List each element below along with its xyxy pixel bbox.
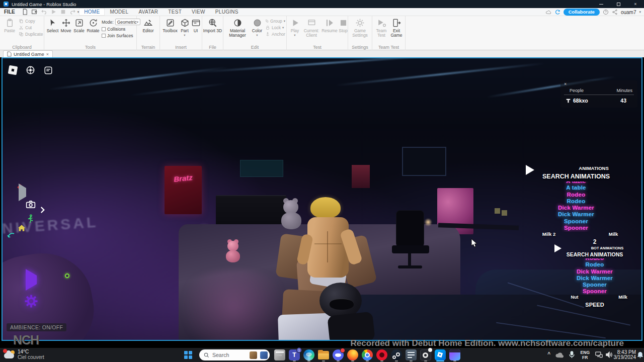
play-button[interactable]: Play ▾ [288,18,301,42]
share-icon[interactable] [612,9,618,15]
animation-item[interactable]: Rodeo [540,261,642,268]
game-viewport[interactable]: Bratz UNIVERSAL [2,57,642,341]
purple-play-icon[interactable] [26,276,37,285]
roblox-menu-icon[interactable] [8,65,18,75]
controls-icon[interactable] [26,65,35,75]
session-close-icon[interactable]: × [564,81,567,86]
discord-app-icon[interactable] [333,349,344,360]
animation-item[interactable]: Dick Warmer [522,211,630,218]
animation-item[interactable]: Spooner [522,225,630,231]
lock-button[interactable]: Lock▾ [265,25,285,30]
teal-arrow-icon[interactable] [7,232,15,241]
chrome-app-icon[interactable] [362,349,373,360]
team-test-button[interactable]: Team Test [374,18,389,42]
current-client-button[interactable]: Current: Client [301,18,321,42]
animation-item[interactable]: Dick Warmer [522,205,630,211]
animation-item[interactable]: Dick Warmer [540,268,642,275]
undo-icon[interactable] [41,9,47,15]
steam-app-icon[interactable] [391,349,402,360]
material-manager-button[interactable]: Material Manager [225,18,250,42]
debut-app-icon[interactable] [420,349,431,360]
search-box[interactable]: Search [199,349,270,360]
resume-button[interactable]: Resume [321,18,338,42]
part-button[interactable]: Part ▾ [179,18,191,42]
redo-icon[interactable] [69,9,76,15]
tab-close-icon[interactable]: × [46,52,49,57]
chevron-right-icon[interactable] [40,206,45,216]
collisions-checkbox-row[interactable]: Collisions [102,27,136,32]
exit-game-button[interactable]: Exit Game [389,18,404,42]
notifications-icon[interactable] [554,9,560,15]
join-surfaces-checkbox[interactable] [102,34,106,38]
gray-play-icon[interactable] [19,188,26,197]
animation-item[interactable]: Spooner [522,218,630,225]
tab-model[interactable]: MODEL [105,9,133,15]
hidden-icons-chevron[interactable]: ^ [547,351,550,357]
color-button[interactable]: Color ▾ [250,18,264,42]
stop-quick-icon[interactable] [60,9,66,15]
animation-item[interactable]: Dick Warmer [540,275,642,282]
nut-label[interactable]: Nut [565,295,585,300]
bot-milk-label[interactable]: Milk [613,295,633,300]
notifications-bell-icon[interactable] [637,351,643,360]
cloud-sync-icon[interactable] [545,9,551,15]
animation-item[interactable]: Rodeo [522,198,630,205]
weather-widget[interactable]: 14°C Ciel couvert [3,349,44,360]
paste-button[interactable]: Paste [2,18,18,42]
tab-view[interactable]: VIEW [187,9,210,15]
volume-icon[interactable] [606,351,613,360]
video-editor-app-icon[interactable] [449,349,460,360]
file-menu[interactable]: FILE [4,9,15,15]
anchor-button[interactable]: Anchor [265,32,285,37]
quick-access-caret-icon[interactable]: ▾ [77,10,79,14]
ambience-toggle[interactable]: AMBIENCE: ON/OFF [7,323,66,331]
search-animations-label[interactable]: SEARCH ANIMATIONS [522,173,630,180]
milk2-label[interactable]: Milk 2 [537,231,561,237]
document-tab[interactable]: Untitled Game × [3,50,53,57]
roblox-studio-taskbar-icon[interactable] [435,349,446,360]
join-surfaces-checkbox-row[interactable]: Join Surfaces [102,33,136,38]
edge-app-icon[interactable] [303,349,314,360]
open-file-icon[interactable] [31,9,38,15]
notes-app-icon[interactable] [406,349,417,360]
scale-button[interactable]: Scale [72,18,86,42]
animation-item[interactable]: Rodeo [522,192,630,198]
tab-avatar[interactable]: AVATAR [134,9,163,15]
clock-widget[interactable]: 8:43 PM 3/19/2024 [614,350,636,360]
firefox-app-icon[interactable] [347,349,358,360]
search-highlight-thumb[interactable] [250,351,257,359]
chat-log-icon[interactable] [44,66,53,75]
search-highlight-thumb[interactable] [260,351,268,359]
select-button[interactable]: Select [46,18,59,42]
play-quick-icon[interactable] [50,9,57,15]
home-icon[interactable] [18,224,26,234]
animation-item[interactable]: A table [522,185,630,191]
ui-button[interactable]: UI [191,18,201,42]
game-settings-button[interactable]: Game Settings [350,18,371,42]
move-button[interactable]: Move [59,18,72,42]
animation-item[interactable]: Spooner [540,288,642,295]
user-account[interactable]: ouam7 [621,10,636,15]
purple-gear-icon[interactable] [24,294,39,311]
group-button[interactable]: Group▾ [265,19,285,24]
collaborate-button[interactable]: Collaborate [564,9,600,16]
toolbox-button[interactable]: Toolbox [162,18,179,42]
animation-item[interactable]: Spooner [540,282,642,288]
copy-button[interactable]: Copy [19,19,43,24]
rotate-button[interactable]: Rotate [86,18,101,42]
camera-icon[interactable] [26,200,36,211]
widgets-button[interactable] [274,349,285,360]
stop-button[interactable]: Stop [338,18,349,42]
microphone-icon[interactable] [569,351,575,360]
new-file-icon[interactable] [22,9,28,15]
file-explorer-icon[interactable] [318,349,329,360]
minimize-button[interactable] [593,0,610,8]
cut-button[interactable]: Cut [19,25,43,30]
runner-icon[interactable] [27,214,34,226]
tab-plugins[interactable]: PLUGINS [211,9,243,15]
import-3d-button[interactable]: Import 3D [203,18,222,42]
start-button[interactable] [184,351,192,359]
tab-home[interactable]: HOME [79,9,104,15]
help-icon[interactable] [603,9,609,15]
milk-label[interactable]: Milk [602,231,624,237]
